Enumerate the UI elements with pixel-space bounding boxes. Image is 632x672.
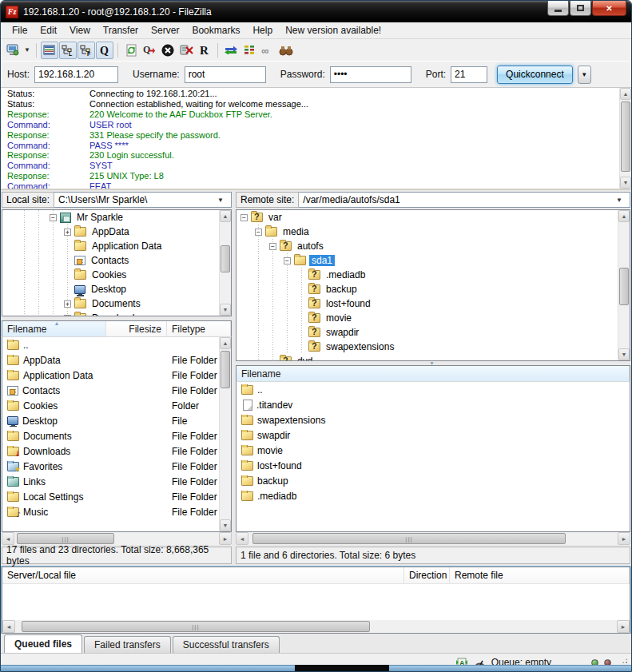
expand-icon[interactable]: + [64, 315, 71, 316]
remote-tree-item-swapdir[interactable]: ?swapdir [237, 325, 618, 340]
scroll-left-icon[interactable]: ◄ [2, 620, 15, 633]
local-file-row[interactable]: ↓DownloadsFile Folder [2, 443, 219, 459]
local-file-row[interactable]: LinksFile Folder [2, 474, 219, 489]
menu-view[interactable]: View [63, 23, 97, 38]
scroll-left-icon[interactable]: ◄ [2, 532, 14, 545]
local-tree-item-application-data[interactable]: Application Data [2, 239, 219, 253]
remote-file-row[interactable]: .titandev [237, 397, 630, 412]
collapse-icon[interactable]: − [284, 257, 291, 264]
site-manager-dropdown[interactable]: ▼ [22, 42, 32, 59]
remote-tree-item-var[interactable]: −?var [237, 210, 618, 225]
close-button[interactable]: ✕ [592, 1, 626, 16]
local-site-combobox[interactable]: C:\Users\Mr Sparkle\ ▼ [54, 192, 232, 208]
disconnect-button[interactable] [177, 42, 195, 59]
collapse-icon[interactable]: − [240, 214, 248, 221]
scroll-up-icon[interactable]: ▲ [618, 210, 630, 222]
menu-file[interactable]: File [6, 23, 34, 38]
synchronized-browsing-button[interactable] [222, 42, 240, 59]
remote-tree-vertical-scrollbar[interactable]: ▲ ▼ [618, 210, 630, 360]
scroll-up-icon[interactable]: ▲ [220, 337, 231, 349]
column-header-direction[interactable]: Direction [404, 567, 450, 583]
local-file-row[interactable]: AppDataFile Folder [2, 352, 219, 368]
maximize-button[interactable] [570, 1, 591, 16]
scroll-left-icon[interactable]: ◄ [236, 532, 248, 545]
remote-horizontal-scrollbar[interactable]: ◄ ||| ► [236, 532, 630, 545]
tab-failed-transfers[interactable]: Failed transfers [84, 636, 171, 653]
cancel-button[interactable] [159, 42, 177, 59]
local-tree-item-downloads[interactable]: +↓Downloads [2, 311, 219, 316]
remote-file-row[interactable]: lost+found [237, 458, 630, 473]
remote-file-row[interactable]: backup [237, 473, 630, 488]
local-file-row[interactable]: ★FavoritesFile Folder [2, 459, 219, 474]
remote-tree-item-dvd[interactable]: ?dvd [237, 354, 618, 360]
toggle-queue-button[interactable]: Q [96, 42, 113, 59]
username-input[interactable] [185, 66, 266, 83]
host-input[interactable] [34, 66, 118, 83]
remote-tree-item--mediadb[interactable]: ?.mediadb [237, 268, 618, 282]
menu-edit[interactable]: Edit [34, 23, 63, 38]
new-version-notice[interactable]: New version available! [279, 23, 388, 38]
site-manager-button[interactable] [4, 42, 22, 59]
expand-icon[interactable]: + [64, 229, 71, 236]
column-header-filesize[interactable]: Filesize [106, 321, 167, 336]
column-header-filetype[interactable]: Filetype [167, 321, 231, 336]
reconnect-button[interactable]: R [196, 42, 213, 59]
collapse-icon[interactable]: − [255, 229, 262, 236]
toggle-local-tree-button[interactable]: L [59, 42, 77, 59]
scroll-right-icon[interactable]: ► [617, 620, 630, 633]
remote-tree-item-sda1[interactable]: −sda1 [237, 253, 618, 268]
menu-help[interactable]: Help [246, 23, 279, 38]
local-file-row[interactable]: Application DataFile Folder [2, 368, 219, 383]
scroll-down-icon[interactable]: ▼ [618, 348, 630, 360]
remote-splitter[interactable]: ▼ [236, 361, 630, 365]
menu-transfer[interactable]: Transfer [97, 23, 145, 38]
filename-filters-button[interactable] [277, 42, 295, 59]
remote-tree-item-media[interactable]: −media [237, 225, 618, 239]
remote-tree-item-movie[interactable]: ?movie [237, 311, 618, 325]
scroll-up-icon[interactable]: ▲ [220, 210, 231, 222]
local-file-row[interactable]: ♪MusicFile Folder [2, 504, 219, 519]
local-tree-item-cookies[interactable]: Cookies [2, 268, 219, 282]
scroll-down-icon[interactable]: ▼ [220, 304, 231, 316]
column-header-remote-file[interactable]: Remote file [450, 567, 630, 583]
scroll-down-icon[interactable]: ▼ [620, 177, 631, 189]
refresh-button[interactable] [122, 42, 140, 59]
local-tree-item-documents[interactable]: +Documents [2, 296, 219, 311]
speed-limits-button[interactable]: ∞ [259, 42, 276, 59]
collapse-icon[interactable]: − [269, 243, 276, 250]
scroll-down-icon[interactable]: ▼ [220, 519, 231, 531]
scroll-right-icon[interactable]: ► [219, 532, 232, 545]
local-file-row[interactable]: DocumentsFile Folder [2, 428, 219, 443]
local-list-vertical-scrollbar[interactable]: ▲ ▼ [219, 337, 231, 531]
local-tree-item-mr-sparkle[interactable]: −Mr Sparkle [2, 210, 219, 225]
remote-site-combobox[interactable]: /var/media/autofs/sda1 ▼ [299, 192, 630, 208]
port-input[interactable] [451, 66, 487, 83]
remote-tree-item-autofs[interactable]: −?autofs [237, 239, 618, 253]
local-file-row[interactable]: .. [2, 337, 219, 352]
log-vertical-scrollbar[interactable]: ▲ ▼ [619, 88, 631, 189]
column-header-server-local-file[interactable]: Server/Local file [2, 567, 404, 583]
toggle-message-log-button[interactable] [41, 42, 58, 59]
password-input[interactable] [330, 66, 411, 83]
remote-file-row[interactable]: movie [237, 443, 630, 458]
remote-tree-item-lost-found[interactable]: ?lost+found [237, 296, 618, 311]
local-file-row[interactable]: CookiesFolder [2, 398, 219, 413]
remote-file-row[interactable]: swapdir [237, 427, 630, 443]
quickconnect-dropdown[interactable]: ▼ [578, 66, 591, 84]
local-file-row[interactable]: ContactsFile Folder [2, 383, 219, 398]
splitter-collapse-icon[interactable]: ▼ [429, 361, 435, 365]
scroll-right-icon[interactable]: ► [618, 532, 630, 545]
remote-file-row[interactable]: .. [237, 382, 630, 397]
remote-tree-item-swapextensions[interactable]: ?swapextensions [237, 340, 618, 354]
toggle-remote-tree-button[interactable]: F [78, 42, 95, 59]
local-tree-item-appdata[interactable]: +AppData [2, 225, 219, 239]
remote-file-row[interactable]: swapextensions [237, 412, 630, 427]
minimize-button[interactable] [547, 1, 569, 16]
queue-horizontal-scrollbar[interactable]: ◄ ||| ► [2, 620, 630, 633]
local-tree-vertical-scrollbar[interactable]: ▲ ▼ [219, 210, 231, 316]
local-tree-item-contacts[interactable]: Contacts [2, 253, 219, 268]
local-horizontal-scrollbar[interactable]: ◄ ||| ► [2, 532, 232, 545]
local-file-row[interactable]: DesktopFile [2, 413, 219, 428]
expand-icon[interactable]: + [64, 300, 71, 308]
menu-server[interactable]: Server [145, 23, 185, 38]
